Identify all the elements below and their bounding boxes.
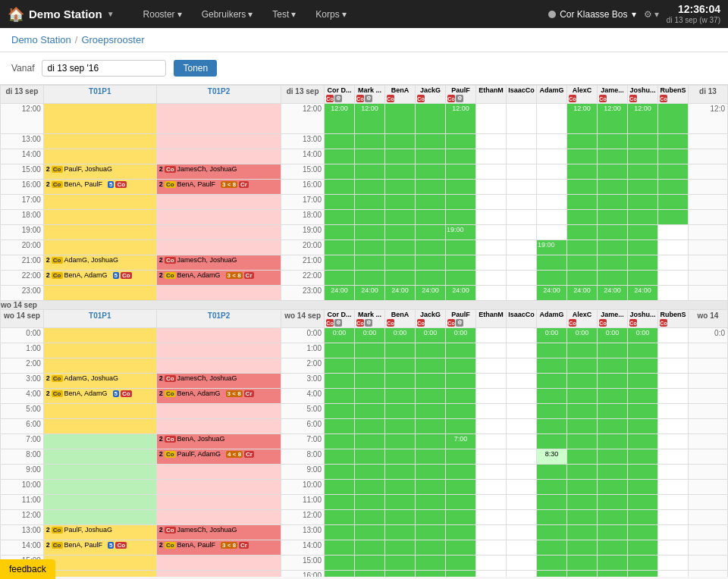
row-day2-9: 9:00 9:00 bbox=[1, 465, 728, 480]
tonen-button[interactable]: Tonen bbox=[174, 60, 217, 77]
th-paulF: PaulFCo⚙ bbox=[446, 86, 476, 104]
nav-korps[interactable]: Korps ▾ bbox=[309, 6, 352, 23]
row-day2-2: 2:00 2:00 bbox=[1, 358, 728, 374]
adamg-12 bbox=[537, 104, 567, 134]
chevron-icon: ▾ bbox=[177, 9, 182, 20]
vanaf-label: Vanaf bbox=[11, 63, 34, 74]
row-day2-0: 0:00 0:00 0:00 0:00 0:00 0:00 0:00 0:00 … bbox=[1, 328, 728, 343]
grp2-12 bbox=[156, 104, 281, 134]
row-day2-5: 5:00 5:00 bbox=[1, 404, 728, 419]
joshu-12: 12:00 bbox=[628, 104, 658, 134]
th-rubens: RubenSCo bbox=[658, 86, 689, 104]
breadcrumb-home[interactable]: Demo Station bbox=[11, 34, 71, 45]
th-bena: BenACo bbox=[385, 86, 416, 104]
jame-12: 12:00 bbox=[598, 104, 628, 134]
grp2-d2-8: 2Co PaulF, AdamG 4 < 8Cr bbox=[156, 449, 281, 465]
th-isaacco: IsaacCo bbox=[507, 86, 537, 104]
th-date-day1b: di 13 sep bbox=[281, 86, 325, 104]
isaacco-12 bbox=[507, 104, 537, 134]
row-12: 12:00 12:00 12:00 12:00 12:00 12:00 12:0… bbox=[1, 104, 728, 134]
th-ethanm: EthanM bbox=[476, 86, 507, 104]
user-dropdown-icon: ▾ bbox=[632, 9, 636, 20]
grp1-13 bbox=[43, 134, 156, 149]
user-avatar bbox=[548, 11, 556, 18]
jackg-13 bbox=[416, 134, 446, 149]
row-16: 16:00 2Co BenA, PaulF 5Co 2Co BenA, Paul… bbox=[1, 180, 728, 195]
home-icon: 🏠 bbox=[8, 6, 24, 23]
brand-dropdown-icon[interactable]: ▼ bbox=[107, 10, 115, 18]
row-day2-13: 13:00 2Co PaulF, JoshuaG 2Co JamesCh, Jo… bbox=[1, 525, 728, 540]
grp2-14 bbox=[156, 149, 281, 164]
row-14: 14:00 14:00 bbox=[1, 149, 728, 164]
alexc-12: 12:00 bbox=[567, 104, 598, 134]
grp1-16: 2Co BenA, PaulF 5Co bbox=[43, 180, 156, 195]
row-day2-8: 8:00 2Co PaulF, AdamG 4 < 8Cr 8:00 8:30 bbox=[1, 449, 728, 465]
grp1-14 bbox=[43, 149, 156, 164]
nav-gebruikers[interactable]: Gebruikers ▾ bbox=[196, 6, 259, 23]
grp2-22: 2Co BenA, AdamG 3 < 8Cr bbox=[156, 271, 281, 286]
grp2-d2-14: 2Co BenA, PaulF 3 < 8Cr bbox=[156, 540, 281, 556]
ethanm-13 bbox=[476, 134, 507, 149]
row-22: 22:00 2Co BenA, AdamG 5Co 2Co BenA, Adam… bbox=[1, 271, 728, 286]
th-date-day1: di 13 sep bbox=[1, 86, 44, 104]
grp1-d2-4: 2Co BenA, AdamG 5Co bbox=[43, 389, 156, 404]
grp2-13 bbox=[156, 134, 281, 149]
grp2-16: 2Co BenA, PaulF 3 < 8Cr bbox=[156, 180, 281, 195]
grp2-d2-4: 2Co BenA, AdamG 3 < 8Cr bbox=[156, 389, 281, 404]
time-12b: 12:00 bbox=[281, 104, 325, 134]
joshu-13 bbox=[628, 134, 658, 149]
row-19: 19:00 19:00 19:00 bbox=[1, 225, 728, 240]
grp1-21: 2Co AdamG, JoshuaG bbox=[43, 255, 156, 271]
th-group-t01p1-day1: T01P1 bbox=[43, 86, 156, 104]
grp2-d2-3: 2Co JamesCh, JoshuaG bbox=[156, 374, 281, 389]
date-input[interactable] bbox=[42, 60, 166, 77]
th-di13: di 13 bbox=[689, 86, 728, 104]
th-cor: Cor D...Co⚙ bbox=[325, 86, 355, 104]
th-joshu: Joshu...Co bbox=[628, 86, 658, 104]
row-day2-11: 11:00 11:00 bbox=[1, 495, 728, 510]
alexc-13 bbox=[567, 134, 598, 149]
th-mark: Mark ...Co⚙ bbox=[355, 86, 385, 104]
user-menu[interactable]: Cor Klaasse Bos ▾ bbox=[548, 9, 635, 20]
grp1-12 bbox=[43, 104, 156, 134]
row-18: 18:00 18:00 bbox=[1, 210, 728, 225]
time-12: 12:00 bbox=[1, 104, 44, 134]
row-day2-15: 15:00 15:00 bbox=[1, 556, 728, 571]
grp1-15: 2Co PaulF, JoshuaG bbox=[43, 164, 156, 180]
schedule-table: di 13 sep T01P1 T01P2 di 13 sep Cor D...… bbox=[0, 85, 728, 577]
grp2-15: 2Co JamesCh, JoshuaG bbox=[156, 164, 281, 180]
rubens-13 bbox=[658, 134, 689, 149]
chevron-icon: ▾ bbox=[342, 9, 347, 20]
row-day2-4: 4:00 2Co BenA, AdamG 5Co 2Co BenA, AdamG… bbox=[1, 389, 728, 404]
row-day2-12: 12:00 12:00 bbox=[1, 510, 728, 525]
isaacco-13 bbox=[507, 134, 537, 149]
paulF-12: 12:00 bbox=[446, 104, 476, 134]
row-23: 23:00 23:00 24:00 24:00 24:00 24:00 24:0… bbox=[1, 286, 728, 301]
feedback-label: feedback bbox=[9, 564, 46, 574]
cor-13 bbox=[325, 134, 355, 149]
jackg-12 bbox=[416, 104, 446, 134]
row-day2-10: 10:00 10:00 bbox=[1, 480, 728, 495]
breadcrumb-sep: / bbox=[75, 34, 78, 45]
rubens-12 bbox=[658, 104, 689, 134]
grp1-d2-3: 2Co AdamG, JoshuaG bbox=[43, 374, 156, 389]
feedback-button[interactable]: feedback bbox=[0, 559, 55, 577]
row-day2-1: 1:00 1:00 bbox=[1, 343, 728, 358]
ethanm-12 bbox=[476, 104, 507, 134]
user-name: Cor Klaasse Bos bbox=[560, 9, 627, 20]
th-alexc: AlexCCo bbox=[567, 86, 598, 104]
chevron-icon: ▾ bbox=[291, 9, 296, 20]
grp1-22: 2Co BenA, AdamG 5Co bbox=[43, 271, 156, 286]
nav-rooster[interactable]: Rooster ▾ bbox=[137, 6, 188, 23]
nav-test[interactable]: Test ▾ bbox=[266, 6, 302, 23]
row-day2-14: 14:00 2Co BenA, PaulF 5Co 2Co BenA, Paul… bbox=[1, 540, 728, 556]
grp2-d2-13: 2Co JamesCh, JoshuaG bbox=[156, 525, 281, 540]
settings-icon[interactable]: ⚙ ▾ bbox=[644, 9, 659, 20]
grp1-d2-14: 2Co BenA, PaulF 5Co bbox=[43, 540, 156, 556]
row-day2-16: 16:00 16:00 bbox=[1, 571, 728, 577]
brand[interactable]: 🏠 Demo Station ▼ bbox=[8, 6, 115, 23]
row-21: 21:00 2Co AdamG, JoshuaG 2Co JamesCh, Jo… bbox=[1, 255, 728, 271]
top-nav: 🏠 Demo Station ▼ Rooster ▾ Gebruikers ▾ … bbox=[0, 0, 728, 28]
schedule-area: di 13 sep T01P1 T01P2 di 13 sep Cor D...… bbox=[0, 85, 728, 577]
header-row-day1: di 13 sep T01P1 T01P2 di 13 sep Cor D...… bbox=[1, 86, 728, 104]
